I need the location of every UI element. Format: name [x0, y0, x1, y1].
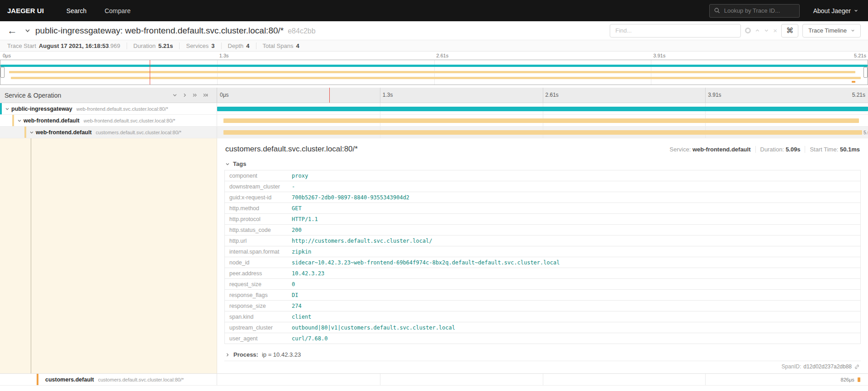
service-color-bar: [0, 103, 2, 114]
tags-accordion-header[interactable]: Tags: [224, 158, 861, 170]
expand-all-icon[interactable]: [192, 93, 198, 98]
minimap-span-line: [11, 77, 861, 79]
bottom-filler: [0, 386, 868, 391]
collapse-header-chevron-icon[interactable]: [24, 28, 31, 34]
tag-key: node_id: [225, 258, 288, 267]
span-label[interactable]: web-frontend.default customers.default.s…: [0, 127, 217, 138]
span-track[interactable]: [217, 103, 868, 114]
tree-guide-line: [31, 138, 31, 373]
minimap-ticks: 0μs 1.3s 2.61s 3.91s 5.21s: [0, 52, 868, 60]
span-label[interactable]: web-frontend.default web-frontend.defaul…: [0, 115, 217, 126]
operation-name: web-frontend.default.svc.cluster.local:8…: [84, 118, 175, 123]
minimap-tick-label: 2.61s: [436, 53, 449, 58]
span-track[interactable]: 826μs: [217, 374, 868, 385]
tag-value: -: [288, 182, 860, 191]
minimap-right-drag-handle[interactable]: [863, 67, 868, 78]
span-bar[interactable]: [223, 130, 862, 135]
span-id-footer: SpanID: d12d02d237a2db88: [224, 361, 861, 372]
span-row-public-ingressgateway: public-ingressgateway web-frontend.defau…: [0, 103, 868, 115]
tag-value: 10.42.3.23: [288, 269, 860, 278]
span-track[interactable]: [217, 115, 868, 126]
span-bar[interactable]: [217, 107, 868, 111]
tag-row: componentproxy: [225, 170, 860, 181]
tag-row: upstream_clusteroutbound|80|v1|customers…: [225, 322, 860, 333]
prev-result-button[interactable]: [755, 28, 760, 33]
span-track[interactable]: 5.09s: [217, 127, 868, 138]
tag-key: request_size: [225, 280, 288, 289]
tag-value: 274: [288, 301, 860, 311]
service-color-bar: [24, 127, 26, 138]
back-arrow-button[interactable]: ←: [7, 26, 17, 36]
tags-label: Tags: [233, 160, 246, 167]
keyboard-shortcuts-button[interactable]: ⌘: [781, 24, 798, 38]
service-name: public-ingressgateway: [11, 106, 72, 112]
trace-view-selector[interactable]: Trace Timeline: [802, 24, 861, 38]
link-icon[interactable]: [854, 364, 860, 370]
tag-row: internal.span.formatzipkin: [225, 246, 860, 257]
span-duration-label: 826μs: [841, 377, 854, 382]
chevron-down-icon[interactable]: [29, 130, 34, 135]
find-input[interactable]: [610, 24, 741, 38]
next-result-button[interactable]: [764, 28, 769, 33]
span-label[interactable]: public-ingressgateway web-frontend.defau…: [0, 103, 217, 114]
about-jaeger-label: About Jaeger: [813, 7, 851, 14]
tag-value: 0: [288, 280, 860, 289]
tag-row: response_flagsDI: [225, 290, 860, 301]
tag-value: outbound|80|v1|customers.default.svc.clu…: [288, 323, 860, 332]
tag-key: http.protocol: [225, 215, 288, 224]
tag-key: guid:x-request-id: [225, 193, 288, 202]
nav-item-search[interactable]: Search: [57, 0, 95, 21]
span-detail-panel: customers.default.svc.cluster.local:80/*…: [217, 138, 868, 373]
minimap-canvas[interactable]: [0, 60, 868, 85]
tree-controls: [172, 93, 212, 98]
tag-value: proxy: [288, 171, 860, 180]
timeline-tick-label: 1.3s: [383, 92, 393, 98]
chevron-down-icon[interactable]: [5, 107, 9, 111]
process-accordion-header[interactable]: Process: ip = 10.42.3.23: [224, 349, 861, 361]
tag-row: node_idsidecar~10.42.3.23~web-frontend-6…: [225, 257, 860, 268]
span-bar[interactable]: [858, 377, 860, 382]
collapse-all-icon[interactable]: [203, 93, 209, 98]
timeline-tick-label: 3.91s: [708, 92, 721, 98]
tag-row: downstream_cluster-: [225, 181, 860, 192]
detail-start-time: Start Time: 50.1ms: [805, 146, 860, 153]
tag-row: http.urlhttp://customers.default.svc.clu…: [225, 236, 860, 246]
tag-row: guid:x-request-id700b5267-2db0-9897-8840…: [225, 192, 860, 203]
trace-id-lookup-input[interactable]: [723, 7, 795, 14]
tag-key: downstream_cluster: [225, 182, 288, 191]
minimap-cursor: [150, 60, 150, 85]
span-detail-left-gutter: [0, 138, 217, 373]
service-name: web-frontend.default: [24, 118, 80, 124]
minimap-tick-label: 3.91s: [653, 53, 665, 58]
span-bar[interactable]: [223, 118, 859, 123]
collapse-one-icon[interactable]: [172, 93, 177, 98]
tag-value: DI: [288, 291, 860, 300]
timeline-gridline: [705, 88, 706, 103]
clear-find-button[interactable]: ×: [773, 27, 777, 34]
about-jaeger-menu[interactable]: About Jaeger: [813, 7, 858, 14]
span-label[interactable]: customers.default customers.default.svc.…: [0, 374, 217, 385]
tag-value: GET: [288, 204, 860, 213]
tag-value: HTTP/1.1: [288, 215, 860, 224]
trace-id-lookup-box[interactable]: [709, 4, 800, 18]
chevron-right-icon: [225, 353, 230, 357]
minimap-left-drag-handle[interactable]: [0, 67, 5, 78]
service-name: web-frontend.default: [36, 129, 92, 136]
expand-one-icon[interactable]: [182, 93, 187, 98]
timeline-gridline: [380, 374, 380, 385]
brand-jaeger-ui[interactable]: JAEGER UI: [7, 7, 44, 14]
tag-key: component: [225, 171, 288, 180]
chevron-down-icon: [225, 162, 230, 166]
span-duration-label: 5.09s: [863, 130, 868, 135]
operation-name: web-frontend.default.svc.cluster.local:8…: [76, 106, 168, 112]
timeline-cursor: [329, 88, 330, 103]
timeline-tick-label: 5.21s: [852, 92, 865, 98]
nav-item-compare[interactable]: Compare: [95, 0, 140, 21]
process-label: Process:: [233, 351, 258, 358]
tag-key: user_agent: [225, 334, 288, 343]
trace-id-short: e84c2bb: [288, 27, 315, 35]
chevron-down-icon[interactable]: [17, 118, 22, 123]
tag-key: upstream_cluster: [225, 323, 288, 332]
tag-value: sidecar~10.42.3.23~web-frontend-69b64f97…: [288, 258, 860, 267]
span-row-customers: customers.default customers.default.svc.…: [0, 374, 868, 386]
